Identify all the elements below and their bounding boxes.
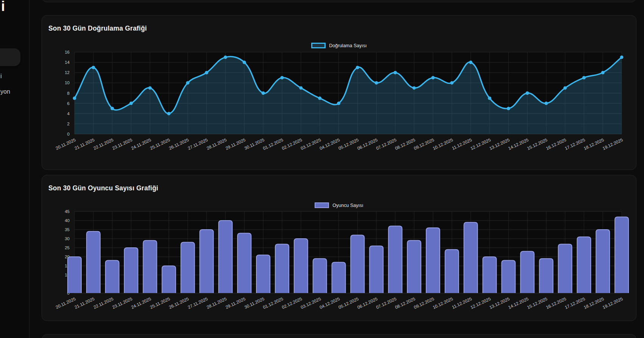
svg-text:01.12.2025: 01.12.2025 bbox=[262, 296, 284, 310]
svg-text:35: 35 bbox=[65, 227, 70, 232]
svg-text:24.11.2025: 24.11.2025 bbox=[130, 137, 152, 151]
svg-text:07.12.2025: 07.12.2025 bbox=[376, 296, 397, 310]
svg-text:08.12.2025: 08.12.2025 bbox=[394, 296, 416, 310]
svg-text:18.12.2025: 18.12.2025 bbox=[583, 137, 605, 151]
svg-text:25: 25 bbox=[65, 245, 70, 250]
sidebar-item-active[interactable] bbox=[0, 48, 20, 66]
svg-text:40: 40 bbox=[65, 218, 70, 223]
svg-text:06.12.2025: 06.12.2025 bbox=[357, 296, 378, 310]
svg-text:08.12.2025: 08.12.2025 bbox=[394, 137, 416, 151]
svg-text:26.11.2025: 26.11.2025 bbox=[168, 296, 189, 310]
sidebar: i i yon bbox=[0, 0, 29, 338]
svg-text:05.12.2025: 05.12.2025 bbox=[338, 296, 359, 310]
svg-text:8: 8 bbox=[67, 91, 70, 96]
svg-text:12: 12 bbox=[65, 70, 70, 75]
svg-text:01.12.2025: 01.12.2025 bbox=[262, 137, 284, 151]
dashboard-screen: i i yon Son 30 Gün Doğrulama Grafiği Doğ… bbox=[0, 0, 644, 338]
svg-text:12.12.2025: 12.12.2025 bbox=[470, 296, 491, 310]
svg-text:16: 16 bbox=[65, 50, 70, 54]
card-partial-below bbox=[42, 334, 636, 338]
svg-text:6: 6 bbox=[67, 101, 70, 106]
sidebar-item[interactable]: yon bbox=[0, 88, 10, 95]
svg-text:28.11.2025: 28.11.2025 bbox=[206, 296, 227, 310]
svg-text:09.12.2025: 09.12.2025 bbox=[413, 296, 435, 310]
svg-text:02.12.2025: 02.12.2025 bbox=[281, 296, 303, 310]
svg-text:30.11.2025: 30.11.2025 bbox=[244, 296, 265, 310]
verification-chart-card: Son 30 Gün Doğrulama Grafiği Doğrulama S… bbox=[42, 15, 636, 170]
card-partial-above bbox=[42, 0, 636, 2]
svg-text:23.11.2025: 23.11.2025 bbox=[112, 296, 133, 310]
svg-text:07.12.2025: 07.12.2025 bbox=[376, 137, 397, 151]
players-chart-card: Son 30 Gün Oyuncu Sayısı Grafiği Oyuncu … bbox=[42, 175, 636, 321]
svg-text:29.11.2025: 29.11.2025 bbox=[225, 296, 246, 310]
svg-text:13.12.2025: 13.12.2025 bbox=[489, 137, 510, 151]
svg-text:06.12.2025: 06.12.2025 bbox=[357, 137, 378, 151]
svg-text:10: 10 bbox=[65, 80, 70, 85]
svg-text:11.12.2025: 11.12.2025 bbox=[451, 296, 472, 310]
svg-text:0: 0 bbox=[67, 132, 70, 136]
svg-text:24.11.2025: 24.11.2025 bbox=[130, 296, 152, 310]
svg-text:19.12.2025: 19.12.2025 bbox=[602, 137, 624, 151]
svg-text:21.11.2025: 21.11.2025 bbox=[74, 296, 95, 310]
svg-text:27.11.2025: 27.11.2025 bbox=[187, 137, 208, 151]
svg-text:02.12.2025: 02.12.2025 bbox=[281, 137, 303, 151]
svg-text:10.12.2025: 10.12.2025 bbox=[432, 137, 454, 151]
svg-text:20.11.2025: 20.11.2025 bbox=[55, 137, 76, 151]
svg-text:14: 14 bbox=[65, 60, 70, 65]
svg-text:21.11.2025: 21.11.2025 bbox=[74, 137, 95, 151]
svg-text:26.11.2025: 26.11.2025 bbox=[168, 137, 189, 151]
svg-text:03.12.2025: 03.12.2025 bbox=[300, 296, 321, 310]
svg-text:10.12.2025: 10.12.2025 bbox=[432, 296, 454, 310]
svg-text:03.12.2025: 03.12.2025 bbox=[300, 137, 321, 151]
verification-line-chart[interactable]: 024681012141620.11.202521.11.202522.11.2… bbox=[42, 15, 636, 170]
svg-text:23.11.2025: 23.11.2025 bbox=[112, 137, 133, 151]
svg-text:11.12.2025: 11.12.2025 bbox=[451, 137, 472, 151]
svg-text:05.12.2025: 05.12.2025 bbox=[338, 137, 359, 151]
svg-text:17.12.2025: 17.12.2025 bbox=[564, 296, 586, 310]
sidebar-item[interactable]: i bbox=[0, 73, 2, 80]
players-bar-chart[interactable]: 05101520253035404520.11.202521.11.202522… bbox=[42, 175, 636, 321]
svg-text:04.12.2025: 04.12.2025 bbox=[319, 296, 340, 310]
svg-text:04.12.2025: 04.12.2025 bbox=[319, 137, 340, 151]
svg-text:22.11.2025: 22.11.2025 bbox=[93, 296, 114, 310]
svg-text:15.12.2025: 15.12.2025 bbox=[526, 296, 548, 310]
svg-text:30.11.2025: 30.11.2025 bbox=[244, 137, 265, 151]
svg-text:29.11.2025: 29.11.2025 bbox=[225, 137, 246, 151]
svg-text:13.12.2025: 13.12.2025 bbox=[489, 296, 510, 310]
svg-text:4: 4 bbox=[67, 111, 70, 116]
svg-text:14.12.2025: 14.12.2025 bbox=[507, 296, 529, 310]
svg-text:14.12.2025: 14.12.2025 bbox=[507, 137, 529, 151]
svg-text:30: 30 bbox=[65, 236, 70, 241]
svg-text:16.12.2025: 16.12.2025 bbox=[545, 296, 567, 310]
app-logo-fragment: i bbox=[1, 0, 5, 14]
svg-text:17.12.2025: 17.12.2025 bbox=[564, 137, 586, 151]
svg-text:18.12.2025: 18.12.2025 bbox=[583, 296, 605, 310]
svg-text:12.12.2025: 12.12.2025 bbox=[470, 137, 491, 151]
svg-text:45: 45 bbox=[65, 209, 70, 214]
svg-text:27.11.2025: 27.11.2025 bbox=[187, 296, 208, 310]
svg-text:20.11.2025: 20.11.2025 bbox=[55, 296, 76, 310]
svg-text:25.11.2025: 25.11.2025 bbox=[149, 137, 171, 151]
svg-text:25.11.2025: 25.11.2025 bbox=[149, 296, 171, 310]
svg-text:09.12.2025: 09.12.2025 bbox=[413, 137, 435, 151]
svg-text:28.11.2025: 28.11.2025 bbox=[206, 137, 227, 151]
svg-text:2: 2 bbox=[67, 122, 70, 126]
svg-text:16.12.2025: 16.12.2025 bbox=[545, 137, 567, 151]
svg-text:15.12.2025: 15.12.2025 bbox=[526, 137, 548, 151]
svg-text:22.11.2025: 22.11.2025 bbox=[93, 137, 114, 151]
svg-text:19.12.2025: 19.12.2025 bbox=[602, 296, 624, 310]
